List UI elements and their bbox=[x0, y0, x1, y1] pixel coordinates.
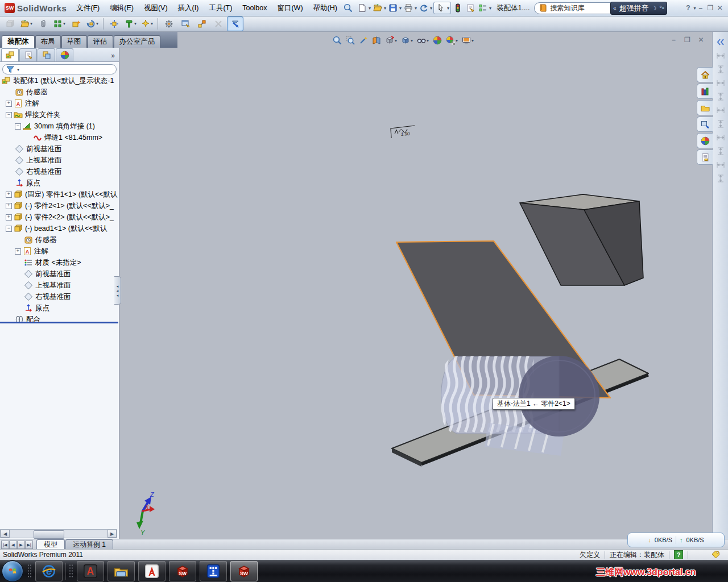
dimension-tool-icon-1[interactable] bbox=[714, 63, 727, 76]
taskbar-autocad[interactable]: A bbox=[77, 561, 104, 581]
app-minimize-button[interactable]: – bbox=[696, 4, 705, 13]
tree-item-part2-1[interactable]: +(-) 零件2<1> (默认<<默认>_ bbox=[0, 200, 118, 211]
large-design-review-icon[interactable] bbox=[227, 16, 243, 31]
display-style-icon[interactable]: ▾ bbox=[400, 34, 414, 47]
print-icon[interactable]: ▾ bbox=[403, 2, 417, 14]
menu-search-icon[interactable] bbox=[342, 2, 354, 14]
taskpane-tab-resources[interactable] bbox=[697, 67, 713, 82]
menu-1[interactable]: 编辑(E) bbox=[105, 0, 139, 16]
undo-icon[interactable]: ▾ bbox=[418, 2, 432, 14]
menu-7[interactable]: 帮助(H) bbox=[308, 0, 342, 16]
insert-components-icon[interactable] bbox=[2, 17, 18, 31]
insert-from-file-icon[interactable]: ▾ bbox=[19, 17, 34, 31]
doc-restore-button[interactable]: ❐ bbox=[682, 35, 692, 44]
motion-nav-2[interactable]: ▶ bbox=[17, 541, 25, 549]
command-tab-0[interactable]: 装配体 bbox=[2, 35, 35, 48]
window-select-icon[interactable] bbox=[177, 17, 193, 31]
expander-icon[interactable]: + bbox=[6, 203, 12, 209]
model-tab-0[interactable]: 模型 bbox=[36, 539, 65, 549]
scroll-left-button[interactable]: ◀ bbox=[1, 530, 10, 538]
taskpane-tab-appearances[interactable] bbox=[697, 133, 713, 148]
expander-icon[interactable]: + bbox=[6, 101, 12, 107]
expander-icon[interactable]: − bbox=[6, 112, 12, 118]
move-component-icon[interactable] bbox=[106, 17, 122, 31]
tree-item-sensors[interactable]: 传感器 bbox=[0, 86, 118, 98]
taskpane-tab-design-library[interactable] bbox=[697, 84, 713, 99]
3d-scene[interactable]: 1.90 Y Z X bbox=[119, 32, 712, 539]
tab-configurationmanager[interactable] bbox=[38, 48, 55, 61]
dimension-tool-icon-2[interactable] bbox=[714, 76, 727, 90]
taskbar-adobe-reader[interactable] bbox=[138, 561, 166, 581]
panel-split-bar[interactable] bbox=[0, 322, 118, 323]
save-icon[interactable]: ▾ bbox=[387, 2, 402, 14]
menu-3[interactable]: 插入(I) bbox=[173, 0, 204, 16]
tree-item-bead1-top-plane[interactable]: 上视基准面 bbox=[0, 280, 118, 291]
tree-item-bead1-front-plane[interactable]: 前视基准面 bbox=[0, 268, 118, 280]
menu-2[interactable]: 视图(V) bbox=[139, 0, 173, 16]
dimension-tool-icon-6[interactable] bbox=[714, 131, 727, 144]
exploded-view-icon[interactable] bbox=[194, 17, 209, 31]
tree-item-assembly-root[interactable]: 装配体1 (默认<默认_显示状态-1 bbox=[0, 75, 118, 86]
tab-propertymanager[interactable] bbox=[19, 48, 37, 61]
assembly-features-icon[interactable]: ▾ bbox=[123, 17, 138, 31]
tree-item-annotations[interactable]: +A注解 bbox=[0, 98, 118, 109]
motion-study-icon[interactable] bbox=[161, 17, 176, 31]
apply-scene-icon[interactable]: ▾ bbox=[445, 34, 459, 47]
menu-0[interactable]: 文件(F) bbox=[71, 0, 105, 16]
menu-4[interactable]: 工具(T) bbox=[204, 0, 237, 16]
view-settings-icon[interactable]: ▾ bbox=[461, 34, 475, 47]
motion-nav-1[interactable]: ◀ bbox=[9, 541, 17, 549]
network-speed-widget[interactable]: ↓ 0KB/S ↑ 0KB/S bbox=[627, 533, 725, 547]
view-orientation-icon[interactable]: ▾ bbox=[384, 34, 398, 47]
smart-fasteners-icon[interactable] bbox=[68, 17, 84, 31]
zoom-to-fit-icon[interactable] bbox=[332, 34, 343, 47]
zoom-to-area-icon[interactable] bbox=[345, 34, 356, 47]
tag-icon[interactable] bbox=[711, 550, 720, 559]
tree-item-part1[interactable]: +(固定) 零件1<1> (默认<<默认 bbox=[0, 189, 118, 200]
hide-show-items-icon[interactable]: ▾ bbox=[416, 34, 430, 47]
filter-dropdown-icon[interactable]: ▾ bbox=[17, 67, 19, 72]
tree-item-fillet-weld[interactable]: −30mm 填角焊接 (1) bbox=[0, 120, 118, 132]
tree-item-top-plane[interactable]: 上视基准面 bbox=[0, 155, 118, 166]
tab-displaymanager[interactable] bbox=[56, 48, 73, 61]
motion-nav-3[interactable]: ▶| bbox=[25, 541, 33, 549]
expander-icon[interactable]: + bbox=[15, 248, 21, 255]
edit-appearance-icon[interactable] bbox=[432, 34, 443, 47]
tab-featuremanager[interactable] bbox=[1, 48, 19, 61]
tree-item-weld-folder[interactable]: −焊接文件夹 bbox=[0, 109, 118, 120]
tree-item-bead1-right-plane[interactable]: 右视基准面 bbox=[0, 291, 118, 302]
doc-close-button[interactable]: ✕ bbox=[696, 35, 706, 44]
panel-overflow-button[interactable]: » bbox=[111, 52, 118, 61]
rotate-component-icon[interactable]: ▾ bbox=[85, 17, 100, 31]
scroll-right-button[interactable]: ▶ bbox=[107, 530, 117, 538]
start-button[interactable] bbox=[2, 560, 23, 582]
tree-item-right-plane[interactable]: 右视基准面 bbox=[0, 166, 118, 177]
app-restore-button[interactable]: ❐ bbox=[705, 4, 715, 13]
tree-item-bead1-origin[interactable]: 原点 bbox=[0, 302, 118, 314]
section-view-icon[interactable] bbox=[371, 34, 382, 47]
tree-item-part2-2[interactable]: +(-) 零件2<2> (默认<<默认>_ bbox=[0, 211, 118, 223]
tree-item-origin[interactable]: 原点 bbox=[0, 177, 118, 189]
dimension-tool-icon-7[interactable] bbox=[714, 144, 727, 158]
dimension-tool-icon-4[interactable] bbox=[714, 103, 727, 117]
scroll-thumb[interactable] bbox=[34, 530, 64, 539]
app-close-button[interactable]: ✕ bbox=[715, 4, 725, 13]
taskbar-solidworks-1[interactable]: SW bbox=[169, 561, 196, 581]
linear-component-pattern-icon[interactable]: ▾ bbox=[52, 17, 67, 31]
new-document-icon[interactable]: ▾ bbox=[357, 2, 371, 14]
tree-item-bead1-material[interactable]: 材质 <未指定> bbox=[0, 257, 118, 268]
rebuild-icon[interactable] bbox=[452, 2, 464, 14]
select-cursor-icon[interactable]: ▾ bbox=[433, 2, 451, 14]
command-tab-2[interactable]: 草图 bbox=[61, 35, 87, 48]
expander-icon[interactable]: + bbox=[6, 192, 12, 198]
expander-icon[interactable]: + bbox=[6, 214, 12, 221]
taskpane-tab-file-explorer[interactable] bbox=[697, 100, 713, 115]
tree-item-bead1[interactable]: −(-) bead1<1> (默认<<默认 bbox=[0, 223, 118, 234]
command-tab-3[interactable]: 评估 bbox=[88, 35, 113, 48]
panel-horizontal-scrollbar[interactable]: ◀ ▶ bbox=[0, 529, 117, 538]
mate-icon[interactable] bbox=[35, 17, 51, 31]
expander-icon[interactable]: − bbox=[15, 123, 21, 130]
feature-filter-input[interactable]: ▾ bbox=[2, 64, 117, 74]
explode-line-sketch-icon[interactable] bbox=[210, 17, 226, 31]
command-tab-1[interactable]: 布局 bbox=[35, 35, 61, 48]
